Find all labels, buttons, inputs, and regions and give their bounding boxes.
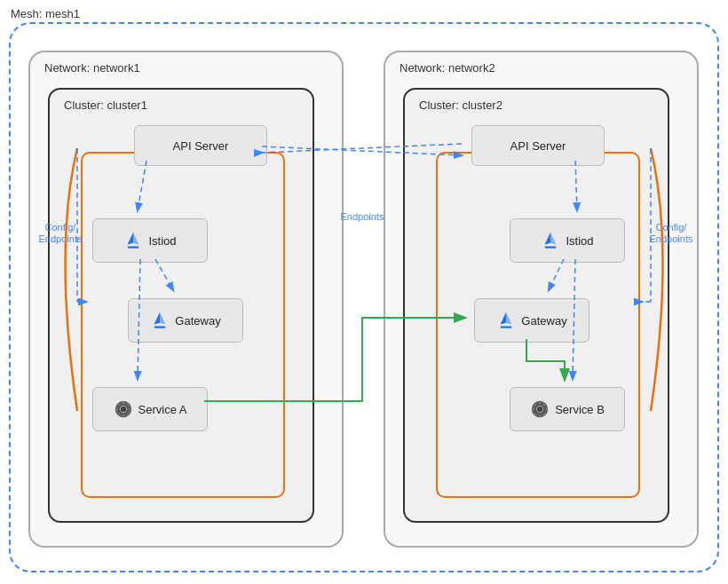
svg-point-9 bbox=[117, 404, 119, 406]
cluster2-label: Cluster: cluster2 bbox=[419, 99, 502, 112]
svg-rect-15 bbox=[501, 326, 512, 328]
svg-point-12 bbox=[127, 413, 129, 414]
istiod-2-icon bbox=[541, 231, 560, 250]
svg-point-6 bbox=[122, 414, 123, 416]
service-b-icon bbox=[530, 399, 550, 419]
network1-box: Network: network1 Cluster: cluster1 API … bbox=[28, 51, 344, 548]
cluster1-label: Cluster: cluster1 bbox=[64, 99, 147, 112]
gateway-1: Gateway bbox=[128, 298, 243, 343]
svg-point-26 bbox=[543, 413, 545, 414]
api-server-2-label: API Server bbox=[510, 139, 566, 153]
svg-point-7 bbox=[115, 408, 117, 410]
istiod-1-icon bbox=[123, 231, 143, 250]
api-server-2: API Server bbox=[471, 125, 605, 166]
istiod-2: Istiod bbox=[510, 218, 625, 263]
api-server-1-label: API Server bbox=[173, 139, 229, 153]
mesh-label: Mesh: mesh1 bbox=[11, 7, 80, 20]
svg-point-8 bbox=[129, 408, 131, 410]
istiod-1: Istiod bbox=[92, 218, 208, 263]
service-a-label: Service A bbox=[138, 403, 187, 416]
network2-box: Network: network2 Cluster: cluster2 API … bbox=[384, 51, 699, 548]
service-b: Service B bbox=[510, 387, 625, 431]
network1-label: Network: network1 bbox=[44, 61, 140, 75]
gateway-1-icon bbox=[150, 311, 170, 330]
network2-label: Network: network2 bbox=[400, 61, 495, 75]
api-server-1: API Server bbox=[134, 125, 267, 166]
svg-point-27 bbox=[537, 406, 542, 412]
svg-point-13 bbox=[120, 406, 125, 412]
svg-rect-14 bbox=[545, 246, 557, 248]
svg-point-20 bbox=[539, 414, 541, 416]
istiod-2-label: Istiod bbox=[566, 234, 593, 248]
svg-rect-0 bbox=[128, 246, 139, 248]
svg-point-19 bbox=[539, 402, 541, 404]
gateway-2-icon bbox=[496, 311, 516, 330]
svg-point-10 bbox=[127, 404, 129, 406]
svg-point-24 bbox=[543, 404, 545, 406]
cluster2-box: Cluster: cluster2 API Server Istiod Gate… bbox=[403, 88, 669, 523]
svg-point-21 bbox=[533, 408, 534, 410]
service-a-icon bbox=[114, 399, 133, 419]
mesh-container: Network: network1 Cluster: cluster1 API … bbox=[9, 22, 719, 572]
svg-point-11 bbox=[117, 413, 119, 414]
svg-point-22 bbox=[545, 408, 547, 410]
gateway-2-label: Gateway bbox=[521, 314, 566, 328]
svg-rect-1 bbox=[154, 326, 166, 328]
istiod-1-label: Istiod bbox=[148, 234, 176, 248]
service-b-label: Service B bbox=[555, 403, 605, 416]
svg-point-23 bbox=[534, 404, 536, 406]
svg-point-25 bbox=[534, 413, 536, 414]
svg-point-5 bbox=[122, 402, 123, 404]
gateway-2: Gateway bbox=[474, 298, 590, 343]
gateway-1-label: Gateway bbox=[175, 314, 220, 328]
cluster1-box: Cluster: cluster1 API Server Istiod Gate… bbox=[48, 88, 314, 523]
service-a: Service A bbox=[92, 387, 208, 431]
